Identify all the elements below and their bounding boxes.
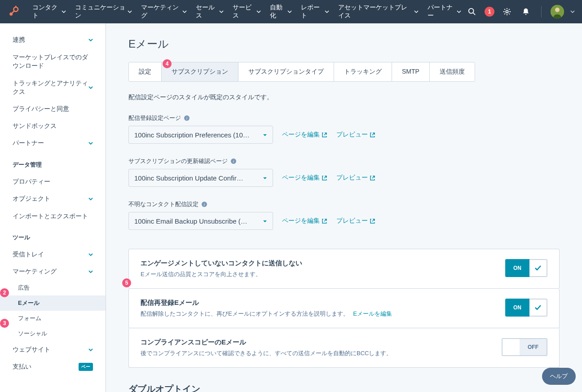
card-desc: 配信解除したコンタクトに、再びEメールにオプトインする方法を説明します。 Eメー… — [141, 310, 392, 318]
chevron-down-icon — [88, 268, 93, 275]
tab-smtp[interactable]: SMTP — [392, 62, 430, 81]
toggle-cards: エンゲージメントしていないコンタクトに送信しない Eメール送信の品質とスコアを向… — [128, 243, 560, 368]
nav-reports[interactable]: レポート — [296, 0, 334, 23]
sidebar-group-data-management: データ管理 — [0, 161, 106, 173]
sidebar-item-marketing[interactable]: マーケティング — [0, 263, 106, 280]
beta-tag: ベー — [79, 363, 93, 371]
step-callout-2: 2 — [0, 288, 9, 297]
nav-asset-marketplace[interactable]: アセットマーケットプレイス — [334, 0, 423, 23]
sidebar-item-properties[interactable]: プロパティー — [0, 173, 106, 190]
account-chevron-icon[interactable] — [570, 8, 575, 15]
sidebar-item-partner[interactable]: パートナー — [0, 135, 106, 152]
select-value: 100inc Subscription Update Confir… — [134, 174, 243, 182]
top-nav-right: 1 — [466, 5, 575, 18]
step-callout-4: 4 — [163, 59, 172, 68]
nav-partner[interactable]: パートナー — [423, 0, 466, 23]
edit-page-link[interactable]: ページを編集 — [282, 131, 327, 139]
chevron-down-icon — [457, 8, 461, 15]
help-button[interactable]: ヘルプ — [542, 368, 576, 385]
caret-down-icon — [263, 131, 267, 139]
card-desc: Eメール送信の品質とスコアを向上させます。 — [141, 270, 302, 278]
chevron-down-icon — [325, 8, 329, 15]
edit-page-link[interactable]: ページを編集 — [282, 217, 327, 225]
hubspot-logo-icon — [7, 5, 20, 18]
info-icon[interactable]: i — [184, 115, 190, 121]
preview-link[interactable]: プレビュー — [336, 174, 375, 182]
sidebar-item-integrations[interactable]: 連携 — [0, 31, 106, 48]
avatar[interactable] — [551, 5, 564, 18]
select-value: 100inc Subscription Preferences (10… — [134, 131, 250, 139]
tab-subscription-types[interactable]: サブスクリプションタイプ — [238, 62, 334, 81]
nav-sales[interactable]: セールス — [191, 0, 229, 23]
external-link-icon — [322, 175, 327, 181]
search-icon[interactable] — [466, 5, 478, 18]
info-icon[interactable]: i — [230, 158, 237, 164]
chevron-down-icon — [182, 8, 187, 15]
toggle-unengaged[interactable]: ON — [505, 259, 547, 277]
external-link-icon — [322, 132, 327, 138]
toggle-resubscribe[interactable]: ON — [505, 299, 547, 317]
tab-subscription[interactable]: サブスクリプション — [162, 62, 238, 81]
tab-settings[interactable]: 設定 — [129, 62, 162, 81]
select-backup-unsub-page[interactable]: 100inc Email Backup Unsubscribe (… — [128, 212, 273, 230]
sidebar-item-privacy[interactable]: プライバシーと同意 — [0, 101, 106, 118]
chevron-down-icon — [88, 195, 93, 203]
info-icon[interactable]: i — [201, 201, 207, 207]
caret-down-icon — [263, 174, 267, 182]
chevron-down-icon — [128, 8, 132, 15]
card-desc: 後でコンプライアンスについて確認できるように、すべての送信メールを自動的にBCC… — [141, 349, 392, 357]
sidebar-sub-social[interactable]: ソーシャル — [0, 326, 106, 341]
chevron-down-icon — [88, 84, 93, 91]
sidebar-item-sandbox[interactable]: サンドボックス — [0, 118, 106, 135]
select-update-confirm-page[interactable]: 100inc Subscription Update Confir… — [128, 169, 273, 187]
card-unengaged: エンゲージメントしていないコンタクトに送信しない Eメール送信の品質とスコアを向… — [128, 249, 560, 289]
select-preferences-page[interactable]: 100inc Subscription Preferences (10… — [128, 126, 273, 144]
preview-link[interactable]: プレビュー — [336, 131, 375, 139]
main-panel: Eメール 設定 サブスクリプション サブスクリプションタイプ トラッキング SM… — [106, 23, 582, 392]
step-callout-3: 3 — [0, 319, 9, 328]
sidebar-sub-forms[interactable]: フォーム — [0, 311, 106, 326]
nav-contacts[interactable]: コンタクト — [28, 0, 71, 23]
sidebar-item-tracking-analytics[interactable]: トラッキングとアナリティクス — [0, 75, 106, 101]
nav-automation[interactable]: 自動化 — [265, 0, 297, 23]
top-nav: コンタクト コミュニケーション マーケティング セールス サービス 自動化 レポ… — [0, 0, 582, 23]
external-link-icon — [322, 218, 327, 224]
gear-icon[interactable] — [501, 5, 513, 18]
card-compliance: コンプライアンスコピーのEメール 後でコンプライアンスについて確認できるように、… — [128, 328, 560, 368]
edit-page-link[interactable]: ページを編集 — [282, 174, 327, 182]
sidebar-item-website[interactable]: ウェブサイト — [0, 341, 106, 358]
external-link-icon — [370, 218, 375, 224]
toggle-knob — [529, 259, 547, 277]
nav-marketing[interactable]: マーケティング — [137, 0, 191, 23]
nav-service[interactable]: サービス — [228, 0, 265, 23]
card-resubscribe: 配信再登録Eメール 配信解除したコンタクトに、再びEメールにオプトインする方法を… — [128, 289, 560, 328]
caret-down-icon — [263, 217, 267, 225]
toggle-compliance[interactable]: OFF — [502, 338, 547, 356]
sidebar-item-objects[interactable]: オブジェクト — [0, 190, 106, 207]
top-nav-menu: コンタクト コミュニケーション マーケティング セールス サービス 自動化 レポ… — [28, 0, 466, 23]
bell-icon[interactable] — [520, 5, 532, 18]
settings-sidebar: 連携 マーケットプレイスでのダウンロード トラッキングとアナリティクス プライバ… — [0, 23, 106, 392]
field-label-backup-unsub: 不明なコンタクト配信設定 i — [128, 200, 560, 208]
preview-link[interactable]: プレビュー — [336, 217, 375, 225]
toggle-label: OFF — [520, 338, 547, 356]
toggle-knob — [502, 338, 520, 356]
notification-count-badge[interactable]: 1 — [485, 7, 494, 17]
sidebar-item-import-export[interactable]: インポートとエクスポート — [0, 207, 106, 225]
tab-tracking[interactable]: トラッキング — [334, 62, 392, 81]
sidebar-item-payments[interactable]: 支払いベー — [0, 358, 106, 375]
edit-email-link[interactable]: Eメールを編集 — [353, 310, 392, 317]
nav-communication[interactable]: コミュニケーション — [71, 0, 137, 23]
card-title: エンゲージメントしていないコンタクトに送信しない — [141, 259, 302, 268]
section-double-optin-title: ダブルオプトイン — [128, 383, 560, 392]
chevron-down-icon — [88, 36, 93, 44]
sidebar-sub-email[interactable]: Eメール — [0, 295, 106, 311]
sidebar-item-marketplace-downloads[interactable]: マーケットプレイスでのダウンロード — [0, 48, 106, 75]
tab-frequency[interactable]: 送信頻度 — [430, 62, 475, 81]
sidebar-sub-ads[interactable]: 広告 — [0, 280, 106, 295]
intro-text: 配信設定ページのスタイルが既定のスタイルです。 — [128, 93, 560, 101]
sidebar-item-inbox[interactable]: 受信トレイ — [0, 246, 106, 263]
field-row-preferences: 100inc Subscription Preferences (10… ページ… — [128, 126, 560, 144]
chevron-down-icon — [88, 251, 93, 258]
chevron-down-icon — [88, 140, 93, 147]
